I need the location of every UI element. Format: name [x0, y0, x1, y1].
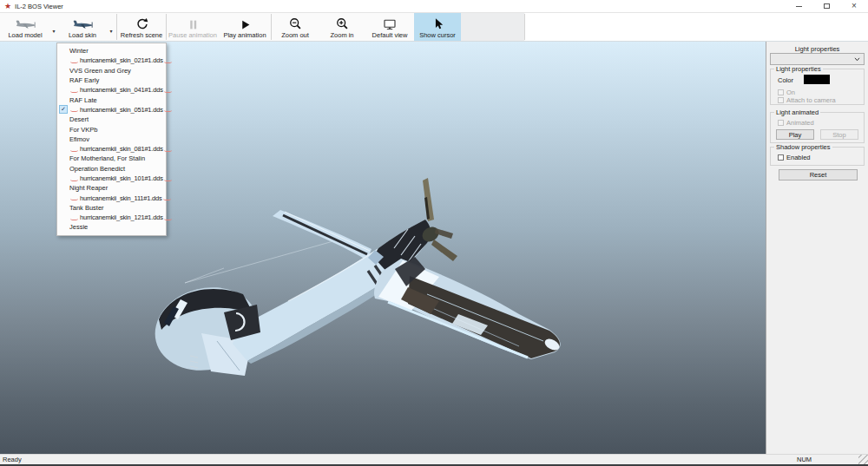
on-checkbox: On	[778, 89, 795, 96]
default-view-button[interactable]: Default view	[365, 13, 414, 41]
skin-menu-item-label: hurricanemkii_skin_021#1.dds	[80, 56, 163, 64]
skin-menu-item[interactable]: Winter	[57, 46, 166, 56]
checkbox-icon	[778, 97, 784, 103]
minimize-icon	[796, 6, 802, 7]
red-squiggle-icon	[164, 60, 172, 63]
checkbox-icon	[778, 120, 784, 126]
airplane-gray-icon	[15, 16, 36, 30]
maximize-icon	[824, 3, 830, 9]
check-placeholder	[59, 154, 68, 163]
checkbox-icon	[778, 154, 784, 161]
check-placeholder	[59, 145, 68, 154]
checkmark-icon: ✓	[59, 105, 68, 114]
reset-button[interactable]: Reset	[779, 169, 858, 180]
status-bar: Ready NUM	[0, 454, 868, 464]
title-bar: ★ IL-2 BOS Viewer ×	[0, 0, 868, 12]
skin-menu-item[interactable]: hurricanemkii_skin_041#1.dds	[57, 85, 166, 95]
toolbar-button-label: Load skin	[69, 31, 96, 39]
maximize-button[interactable]	[812, 0, 840, 12]
resize-grip-icon[interactable]	[858, 455, 868, 464]
check-placeholder	[59, 86, 68, 95]
refresh-scene-button[interactable]: Refresh scene	[117, 13, 166, 41]
airplane-blue-icon	[72, 16, 93, 30]
skin-menu-item[interactable]: Operation Benedict	[57, 164, 166, 174]
red-squiggle-icon	[164, 217, 172, 220]
skin-menu-item[interactable]: hurricanemkii_skin_101#1.dds	[57, 174, 166, 183]
skin-menu-item[interactable]: VVS Green and Grey	[57, 66, 166, 75]
skin-menu-item[interactable]: For Motherland, For Stalin	[57, 154, 166, 163]
load-model-dropdown-arrow[interactable]: ▾	[49, 13, 59, 41]
skin-menu-item[interactable]: ✓hurricanemkii_skin_051#1.dds	[57, 105, 166, 115]
red-squiggle-icon	[70, 89, 78, 93]
check-placeholder	[59, 76, 68, 85]
skin-menu-item[interactable]: Night Reaper	[57, 183, 166, 193]
load-skin-dropdown-arrow[interactable]: ▾	[106, 13, 116, 41]
red-squiggle-icon	[70, 148, 78, 152]
skin-menu-item[interactable]: For VKPb	[57, 124, 166, 134]
chevron-down-icon	[854, 56, 860, 63]
zoom-out-button[interactable]: Zoom out	[272, 13, 319, 41]
skin-menu-item-label: Operation Benedict	[69, 165, 125, 173]
light-color-swatch[interactable]	[804, 75, 830, 84]
skin-menu-item-label: VVS Green and Grey	[69, 67, 131, 75]
magnifier-minus-icon	[289, 16, 302, 30]
status-text: Ready	[3, 456, 22, 463]
skin-menu-item-label: RAF Late	[69, 96, 97, 104]
animated-checkbox: Animated	[778, 119, 814, 127]
light-select-combobox[interactable]	[770, 53, 865, 65]
show-cursor-button[interactable]: Show cursor	[414, 13, 461, 41]
red-squiggle-icon	[164, 178, 172, 181]
app-window: ★ IL-2 BOS Viewer × Load model ▾	[0, 0, 868, 466]
check-placeholder	[59, 135, 68, 143]
viewport-3d[interactable]: Winterhurricanemkii_skin_021#1.ddsVVS Gr…	[0, 42, 766, 454]
animated-checkbox-label: Animated	[786, 119, 814, 127]
red-squiggle-icon	[70, 178, 78, 181]
checkbox-icon	[778, 89, 784, 95]
red-squiggle-icon	[164, 148, 172, 152]
light-animated-group: Light animated Animated Play Stop	[770, 112, 865, 143]
check-placeholder	[59, 184, 68, 193]
skin-menu-item-label: hurricanemkii_skin_121#1.dds	[80, 213, 163, 221]
skin-menu-item[interactable]: Efimov	[57, 135, 166, 144]
red-squiggle-icon	[163, 197, 171, 200]
check-placeholder	[59, 66, 68, 75]
load-skin-button[interactable]: Load skin	[59, 13, 106, 41]
light-properties-group: Light properties Color On Attach to came…	[770, 69, 865, 105]
skin-menu-item-label: For Motherland, For Stalin	[69, 154, 145, 162]
skin-menu-item[interactable]: hurricanemkii_skin_081#1.dds	[57, 144, 166, 154]
skin-menu-item-label: hurricanemkii_skin_041#1.dds	[80, 86, 163, 94]
toolbar-button-label: Zoom out	[281, 31, 309, 39]
check-placeholder	[59, 164, 68, 173]
panel-title: Light properties	[766, 45, 868, 53]
skin-menu-item[interactable]: Jessie	[57, 222, 166, 232]
shadow-properties-group: Shadow properties Enabled	[770, 147, 865, 166]
check-placeholder	[59, 213, 68, 222]
skin-menu-item[interactable]: RAF Late	[57, 95, 166, 104]
close-icon: ×	[852, 2, 857, 10]
play-animation-button[interactable]: Play animation	[219, 13, 271, 41]
skin-menu-item[interactable]: hurricanemkii_skin_111#1.dds	[57, 193, 166, 202]
pause-animation-button: Pause animation	[167, 13, 219, 41]
skin-menu-item-label: hurricanemkii_skin_101#1.dds	[80, 174, 163, 182]
skin-menu-item-label: hurricanemkii_skin_081#1.dds	[80, 145, 163, 153]
zoom-in-button[interactable]: Zoom in	[319, 13, 365, 41]
minimize-button[interactable]	[785, 0, 812, 12]
shadow-enabled-checkbox[interactable]: Enabled	[778, 154, 811, 161]
close-button[interactable]: ×	[840, 0, 868, 12]
skin-menu-item[interactable]: Tank Buster	[57, 203, 166, 213]
check-placeholder	[59, 203, 68, 212]
refresh-icon	[135, 16, 148, 30]
skin-menu-item[interactable]: Desert	[57, 115, 166, 124]
skin-menu-item[interactable]: hurricanemkii_skin_021#1.dds	[57, 56, 166, 65]
red-squiggle-icon	[70, 217, 78, 220]
load-model-button[interactable]: Load model	[2, 13, 49, 41]
skin-menu-item-label: Jessie	[69, 223, 88, 231]
check-placeholder	[59, 47, 68, 56]
red-squiggle-icon	[70, 60, 78, 63]
light-properties-panel: Light properties Light properties Color …	[766, 42, 868, 454]
skin-menu-item[interactable]: hurricanemkii_skin_121#1.dds	[57, 213, 166, 222]
play-button[interactable]: Play	[776, 129, 814, 140]
attach-to-camera-checkbox: Attach to camera	[778, 96, 836, 104]
skin-menu-item[interactable]: RAF Early	[57, 75, 166, 85]
toolbar-button-label: Pause animation	[168, 31, 217, 39]
